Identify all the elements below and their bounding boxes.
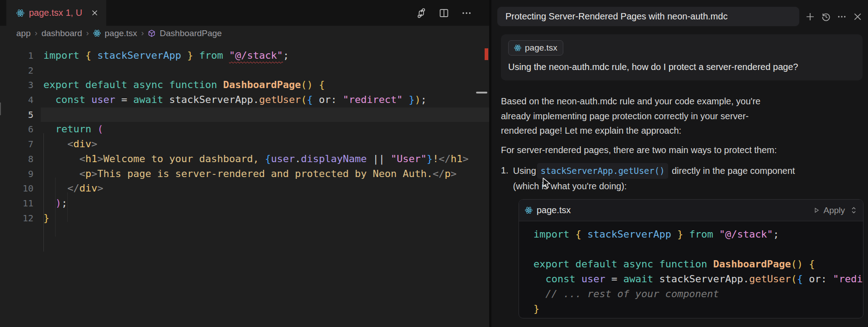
editor-pane: page.tsx 1, U [0,0,489,327]
indent-guide [67,192,68,222]
line-number: 12 [0,211,33,226]
line-number: 7 [0,137,33,152]
history-icon[interactable] [821,12,831,22]
context-chip[interactable]: page.tsx [508,40,563,56]
breadcrumb-item-dashboard[interactable]: dashboard [42,28,82,38]
code-line[interactable]: 10 </div> [0,181,489,196]
left-edge-marker [0,103,1,115]
code-line[interactable]: 6 return ( [0,122,489,137]
chat-code-block: page.tsx Apply import { stackSe [519,199,863,318]
editor-tab-bar: page.tsx 1, U [0,0,489,26]
react-icon [514,44,521,51]
assistant-paragraph: Based on the neon-auth.mdc rule and your… [501,94,861,157]
code-line[interactable]: const user = await stackServerApp.getUse… [524,271,863,286]
code-block-body[interactable]: import { stackServerApp } from "@/stack"… [519,221,863,318]
code-line[interactable]: 1import { stackServerApp } from "@/stack… [0,48,489,63]
play-icon [813,207,820,214]
tab-page-tsx[interactable]: page.tsx 1, U [6,0,106,26]
breadcrumb-item-app[interactable]: app [16,28,31,38]
code-line[interactable] [524,242,863,257]
line-number: 4 [0,93,33,107]
chevron-right-icon: › [35,28,38,38]
code-line[interactable]: export default async function DashboardP… [524,257,863,271]
line-number: 6 [0,122,33,137]
assistant-list-item: 1. Using stackServerApp.getUser() direct… [501,163,861,193]
react-icon [525,206,533,214]
user-message-text: Using the neon-auth.mdc rule, how do I p… [508,62,855,72]
app-window: page.tsx 1, U [0,0,868,327]
breadcrumb-item-symbol[interactable]: DashboardPage [160,28,222,38]
list-marker: 1. [501,163,509,193]
tab-label: page.tsx 1, U [29,8,82,18]
overview-ruler-error-marker [485,48,488,60]
line-number: 8 [0,152,33,167]
code-line[interactable]: 5 [0,107,489,122]
chevron-right-icon: › [86,28,89,38]
code-line[interactable]: 8 <h1>Welcome to your dashboard, {user.d… [0,152,489,167]
react-icon [93,29,101,37]
new-chat-icon[interactable] [805,12,815,22]
line-number: 9 [0,167,33,182]
code-line[interactable]: 9 <p>This page is server-rendered and pr… [0,167,489,182]
overview-ruler-cursor-marker [476,92,487,93]
indent-guide [43,133,44,252]
context-chip-label: page.tsx [525,43,557,53]
cube-symbol-icon [148,29,156,37]
assistant-paragraph: For server-rendered pages, there are two… [501,143,861,158]
chat-title[interactable]: Protecting Server-Rendered Pages with ne… [497,7,799,26]
code-line[interactable]: import { stackServerApp } from "@/stack"… [524,227,863,242]
chat-header: Protecting Server-Rendered Pages with ne… [497,7,863,26]
code-block-filename: page.tsx [537,205,571,215]
code-line[interactable]: // ... rest of your component [524,286,863,301]
mouse-cursor [542,178,552,189]
split-editor-icon[interactable] [439,8,449,19]
code-block-header: page.tsx Apply [519,200,863,221]
line-number: 5 [0,107,33,122]
code-editor[interactable]: 1import { stackServerApp } from "@/stack… [0,41,489,327]
breadcrumb: app › dashboard › page.tsx › DashboardPa… [0,26,489,41]
line-number: 11 [0,196,33,211]
line-number: 1 [0,48,33,63]
line-number: 2 [0,63,33,78]
inline-code[interactable]: stackServerApp.getUser() [537,163,669,179]
more-actions-icon[interactable] [461,8,472,19]
chat-panel: Protecting Server-Rendered Pages with ne… [491,0,868,327]
code-line[interactable]: 2 [0,63,489,78]
code-line[interactable]: } [524,301,863,316]
code-line[interactable]: 12} [0,211,489,226]
close-icon[interactable] [853,12,863,22]
line-number: 10 [0,181,33,196]
line-number: 3 [0,78,33,93]
breadcrumb-item-file[interactable]: page.tsx [105,28,137,38]
code-line[interactable]: 4 const user = await stackServerApp.getU… [0,93,489,107]
chevron-right-icon: › [141,28,144,38]
code-line[interactable]: 7 <div> [0,137,489,152]
expand-collapse-icon[interactable] [850,206,857,215]
editor-toolbar [416,0,472,26]
indent-guide [55,178,56,237]
user-message-card: page.tsx Using the neon-auth.mdc rule, h… [501,34,863,80]
react-icon [16,9,24,17]
compare-changes-icon[interactable] [416,8,427,19]
apply-button[interactable]: Apply [813,206,845,215]
code-line[interactable]: 3export default async function Dashboard… [0,78,489,93]
more-icon[interactable] [837,12,847,22]
code-line[interactable]: 11 ); [0,196,489,211]
close-icon[interactable] [91,9,98,16]
